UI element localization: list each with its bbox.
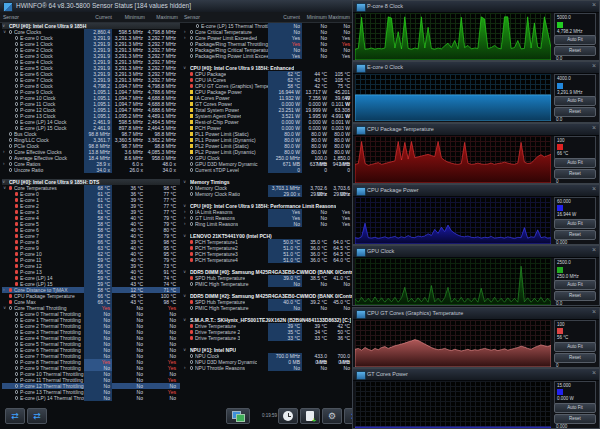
graph-scale-max: 100	[557, 138, 593, 144]
graph-panel: CPU GT Cores (Graphics) Temperature×1005…	[352, 307, 600, 368]
value-maximum: 34.0 x	[146, 167, 178, 173]
sensor-row[interactable]: E-core (LP) 14 Thermal ThrottlingNoNoNo	[2, 395, 180, 401]
sensor-tables: ∨CPU [#0]: Intel Core Ultra 9 185H∨Core …	[0, 0, 352, 429]
graph-title: E-core 0 Clock	[367, 64, 403, 70]
graph-titlebar[interactable]: E-core 0 Clock×	[353, 62, 599, 74]
auto-fit-button[interactable]: Auto Fit	[554, 35, 596, 45]
sensor-row[interactable]: Uncore Ratio34.0 x26.0 x34.0 x	[2, 167, 180, 173]
chevron-down-icon[interactable]: ∨	[183, 269, 186, 275]
graph-panel: E-core 0 Clock×4000.03,291.9 MHzAuto Fit…	[352, 61, 600, 122]
close-icon[interactable]: ×	[592, 308, 596, 315]
legend-color-swatch	[557, 328, 563, 334]
chevron-down-icon[interactable]: ∨	[183, 293, 186, 299]
reorder-left-button[interactable]: ⇄	[5, 408, 25, 424]
graph-current-value: 0.000 W	[557, 396, 593, 402]
graph-scale-min: 0.0	[556, 56, 562, 61]
value-minimum: No	[303, 53, 329, 59]
graph-titlebar[interactable]: CPU Package Power×	[353, 185, 599, 197]
report-button[interactable]	[300, 408, 320, 424]
reorder-right-button[interactable]: ⇄	[27, 408, 47, 424]
graph-titlebar[interactable]: GT Cores Power×	[353, 369, 599, 381]
power-icon	[190, 132, 193, 136]
graph-plot-area[interactable]	[355, 13, 551, 60]
reset-button[interactable]: Reset	[554, 353, 596, 363]
clock-icon	[15, 72, 18, 75]
reset-button[interactable]: Reset	[554, 169, 596, 179]
graph-panel: CPU Package Power×60.00016.944 WAuto Fit…	[352, 184, 600, 245]
graph-titlebar[interactable]: CPU GT Cores (Graphics) Temperature×	[353, 308, 599, 320]
thermometer-icon	[15, 210, 18, 214]
reset-button[interactable]: Reset	[554, 291, 596, 301]
chevron-right-icon[interactable]: ›	[184, 365, 186, 371]
auto-fit-button[interactable]: Auto Fit	[554, 342, 596, 352]
chevron-down-icon[interactable]: ∨	[183, 347, 186, 353]
graph-titlebar[interactable]: GPU Clock×	[353, 246, 599, 258]
double-arrow-icon: ⇄	[33, 411, 41, 421]
clock-icon	[15, 102, 18, 105]
chevron-down-icon[interactable]: ∨	[183, 233, 186, 239]
chevron-down-icon[interactable]: ∨	[183, 179, 186, 185]
settings-button[interactable]: ⚙	[322, 408, 342, 424]
graph-titlebar[interactable]: P-core 8 Clock×	[353, 1, 599, 13]
clock-icon	[15, 126, 18, 129]
auto-fit-button[interactable]: Auto Fit	[554, 219, 596, 229]
chevron-down-icon[interactable]: ∨	[183, 65, 186, 71]
graph-plot-area[interactable]	[355, 320, 551, 367]
reset-button[interactable]: Reset	[554, 230, 596, 240]
close-icon[interactable]: ×	[592, 185, 596, 192]
monitors-button[interactable]	[226, 408, 250, 424]
monitor-icon	[356, 126, 366, 135]
thermometer-icon	[15, 258, 18, 262]
thermometer-icon	[15, 198, 18, 202]
value-minimum: No	[303, 365, 329, 371]
thermometer-icon	[190, 240, 193, 244]
value-minimum: No	[303, 305, 329, 311]
auto-fit-button[interactable]: Auto Fit	[554, 96, 596, 106]
auto-fit-button[interactable]: Auto Fit	[554, 403, 596, 413]
chevron-down-icon[interactable]: ∨	[183, 317, 186, 323]
thermometer-icon	[15, 234, 18, 238]
sensor-label: NPU Throttle Reasons	[195, 365, 245, 371]
close-icon[interactable]: ×	[592, 124, 596, 131]
thermometer-icon	[15, 228, 18, 232]
auto-fit-button[interactable]: Auto Fit	[554, 280, 596, 290]
auto-fit-button[interactable]: Auto Fit	[554, 158, 596, 168]
reset-button[interactable]: Reset	[554, 46, 596, 56]
graph-plot-area[interactable]	[355, 197, 551, 244]
graph-plot-area[interactable]	[355, 258, 551, 305]
clock-icon	[15, 90, 18, 93]
graph-sidebar: 15.0000.000 WAuto FitReset0.000	[553, 381, 599, 428]
graph-plot-area[interactable]	[355, 74, 551, 121]
graph-plot-area[interactable]	[355, 381, 551, 428]
monitor-icon	[356, 187, 366, 196]
close-icon[interactable]: ×	[592, 62, 596, 69]
graph-current-value: 250.0 MHz	[557, 274, 593, 280]
double-arrow-icon: ⇄	[11, 411, 19, 421]
reset-button[interactable]: Reset	[554, 107, 596, 117]
thermometer-icon	[190, 258, 193, 262]
graph-scale-min: 0.0	[556, 301, 562, 306]
clock-button[interactable]	[278, 408, 298, 424]
close-icon[interactable]: ×	[592, 369, 596, 376]
chevron-right-icon[interactable]: ›	[184, 221, 186, 227]
close-icon[interactable]: ×	[592, 246, 596, 253]
clock-icon	[15, 348, 18, 351]
value-current: No	[268, 365, 302, 371]
graph-titlebar[interactable]: CPU Package Temperature×	[353, 124, 599, 136]
graph-sidebar: 4000.03,291.9 MHzAuto FitReset0.0	[553, 74, 599, 121]
thermometer-icon	[190, 336, 193, 340]
graph-plot-area[interactable]	[355, 136, 551, 183]
value-maximum: No	[146, 395, 178, 401]
chevron-right-icon[interactable]: ›	[184, 35, 186, 41]
close-icon[interactable]: ×	[592, 1, 596, 8]
graph-value-box: 60.00016.944 W	[554, 197, 596, 220]
graph-scale-min: 0.000	[556, 424, 567, 429]
power-icon	[190, 96, 193, 100]
thermometer-icon	[190, 276, 193, 280]
power-icon	[190, 144, 193, 148]
value-current: 29.00 x	[268, 191, 302, 197]
thermometer-icon	[15, 270, 18, 274]
reset-button[interactable]: Reset	[554, 414, 596, 424]
sensor-label: Memory Clock Ratio	[195, 191, 240, 197]
clock-icon	[9, 168, 12, 171]
